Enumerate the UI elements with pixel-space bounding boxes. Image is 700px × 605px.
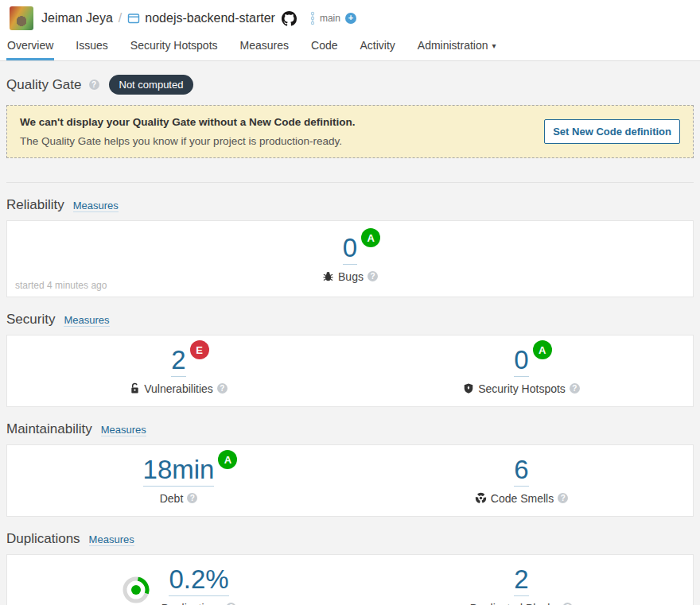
reliability-measures-link[interactable]: Measures	[73, 200, 119, 212]
section-divider	[6, 182, 694, 183]
security-title: Security	[6, 312, 55, 328]
analysis-note: started 4 minutes ago	[15, 280, 107, 291]
duplications-title: Duplications	[6, 531, 80, 547]
branch-selector[interactable]: main +	[309, 11, 356, 25]
duplication-donut-icon	[121, 575, 151, 605]
reliability-title: Reliability	[6, 197, 64, 213]
security-hotspots-value-link[interactable]: 0	[514, 347, 528, 377]
overview-content: Quality Gate ? Not computed We can't dis…	[0, 75, 700, 605]
code-smell-icon	[475, 492, 487, 504]
security-measures-link[interactable]: Measures	[64, 314, 109, 327]
vulnerabilities-value-link[interactable]: 2	[171, 347, 185, 377]
quality-gate-help-icon[interactable]: ?	[89, 80, 99, 90]
reliability-rating-badge: A	[361, 228, 380, 247]
bugs-label: Bugs	[338, 270, 364, 283]
debt-measure: 18min A Debt ?	[7, 456, 350, 505]
new-code-definition-banner: We can't display your Quality Gate witho…	[6, 105, 694, 158]
security-card: 2 E Vulnerabilities ? 0 A Security Hotsp…	[6, 335, 694, 407]
security-hotspots-help-icon[interactable]: ?	[570, 383, 580, 394]
maintainability-card: 18min A Debt ? 6 Code Smells ?	[6, 444, 694, 517]
org-link[interactable]: Jeiman Jeya	[41, 11, 113, 25]
shield-icon	[463, 382, 474, 394]
maintainability-measures-link[interactable]: Measures	[101, 424, 146, 436]
code-smells-value-link[interactable]: 6	[514, 456, 528, 487]
code-smells-help-icon[interactable]: ?	[558, 493, 568, 503]
banner-title: We can't display your Quality Gate witho…	[20, 116, 356, 128]
duplications-measure: 0.2% Duplications ?	[7, 566, 350, 605]
project-link[interactable]: nodejs-backend-starter	[145, 11, 275, 25]
quality-gate-title: Quality Gate	[6, 77, 82, 93]
duplications-section-header: Duplications Measures	[6, 531, 694, 547]
branch-icon	[309, 11, 316, 25]
github-icon[interactable]	[282, 11, 297, 26]
code-smells-measure: 6 Code Smells ?	[350, 456, 693, 505]
breadcrumb-separator: /	[119, 11, 122, 25]
maintainability-rating-badge: A	[218, 450, 237, 469]
page-header: Jeiman Jeya / nodejs-backend-starter mai…	[0, 0, 700, 61]
code-smells-label: Code Smells	[491, 492, 554, 505]
bugs-help-icon[interactable]: ?	[368, 271, 378, 281]
security-hotspots-rating-badge: A	[533, 340, 552, 359]
bugs-measure: 0 A Bugs ?	[7, 235, 693, 283]
bugs-value-link[interactable]: 0	[343, 235, 357, 265]
set-new-code-definition-button[interactable]: Set New Code definition	[544, 119, 680, 144]
security-hotspots-label: Security Hotspots	[478, 382, 566, 395]
debt-help-icon[interactable]: ?	[187, 493, 197, 503]
tab-issues[interactable]: Issues	[75, 33, 108, 60]
project-icon	[127, 12, 140, 25]
quality-gate-status-badge: Not computed	[109, 75, 194, 95]
duplicated-blocks-measure: 2 Duplicated Blocks ?	[350, 566, 693, 605]
security-section-header: Security Measures	[6, 312, 694, 328]
tab-code[interactable]: Code	[310, 33, 338, 60]
tab-measures[interactable]: Measures	[239, 33, 290, 60]
tab-security-hotspots[interactable]: Security Hotspots	[130, 33, 219, 60]
duplicated-blocks-label: Duplicated Blocks	[470, 602, 558, 605]
banner-subtitle: The Quality Gate helps you know if your …	[20, 135, 356, 147]
duplications-value-link[interactable]: 0.2%	[169, 566, 228, 596]
avatar	[10, 6, 33, 30]
add-branch-icon[interactable]: +	[345, 13, 356, 24]
lock-icon	[130, 382, 140, 394]
chevron-down-icon: ▾	[492, 41, 496, 50]
quality-gate-header: Quality Gate ? Not computed	[6, 75, 694, 95]
tab-activity[interactable]: Activity	[359, 33, 395, 60]
breadcrumb: Jeiman Jeya / nodejs-backend-starter mai…	[0, 0, 700, 33]
duplications-card: 0.2% Duplications ? 2 Duplicated Blocks …	[6, 554, 694, 605]
tab-overview[interactable]: Overview	[6, 33, 54, 60]
duplications-measures-link[interactable]: Measures	[89, 533, 134, 546]
reliability-card: 0 A Bugs ? started 4 minutes ago	[6, 220, 694, 297]
vulnerabilities-help-icon[interactable]: ?	[217, 383, 228, 394]
debt-label: Debt	[160, 492, 184, 505]
duplicated-blocks-value-link[interactable]: 2	[514, 566, 528, 596]
maintainability-title: Maintainability	[6, 421, 92, 437]
reliability-section-header: Reliability Measures	[6, 197, 694, 213]
security-rating-badge: E	[190, 340, 209, 359]
duplications-label: Duplications	[161, 602, 222, 605]
banner-text: We can't display your Quality Gate witho…	[20, 116, 356, 147]
debt-value-link[interactable]: 18min	[143, 456, 215, 487]
tab-administration[interactable]: Administration▾	[417, 33, 497, 60]
vulnerabilities-measure: 2 E Vulnerabilities ?	[7, 347, 350, 395]
vulnerabilities-label: Vulnerabilities	[144, 382, 213, 395]
project-nav-tabs: Overview Issues Security Hotspots Measur…	[0, 33, 700, 61]
security-hotspots-measure: 0 A Security Hotspots ?	[350, 347, 693, 395]
tab-administration-label: Administration	[418, 39, 488, 52]
branch-name: main	[320, 13, 340, 24]
bug-icon	[322, 270, 334, 282]
maintainability-section-header: Maintainability Measures	[6, 421, 694, 437]
